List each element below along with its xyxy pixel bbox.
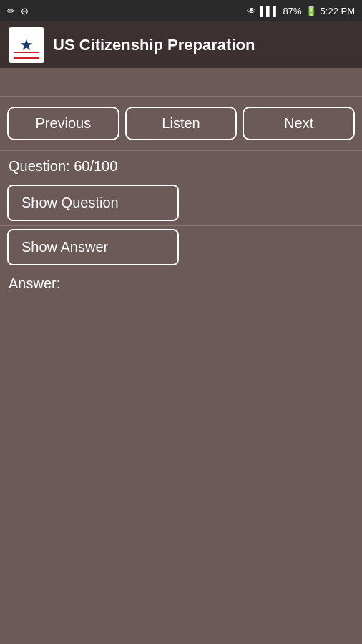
answer-label: Answer: bbox=[0, 270, 362, 298]
logo-star-icon: ★ bbox=[19, 37, 34, 53]
previous-button[interactable]: Previous bbox=[7, 107, 119, 140]
app-logo: ★ bbox=[9, 27, 44, 63]
edit-icon: ✏ bbox=[7, 6, 15, 16]
next-button[interactable]: Next bbox=[243, 107, 355, 140]
app-title: US Citizenship Preparation bbox=[53, 36, 255, 54]
divider-1 bbox=[0, 225, 362, 226]
show-question-button[interactable]: Show Question bbox=[7, 185, 179, 221]
eye-icon: 👁 bbox=[247, 6, 256, 16]
battery-icon: 🔋 bbox=[305, 6, 317, 16]
main-content: Previous Listen Next Question: 60/100 Sh… bbox=[0, 68, 362, 298]
app-header: ★ US Citizenship Preparation bbox=[0, 21, 362, 68]
signal-icon: ▌▌▌ bbox=[260, 6, 280, 16]
clock: 5:22 PM bbox=[321, 6, 355, 16]
question-counter: Question: 60/100 bbox=[0, 151, 362, 182]
status-bar-left: ✏ ⊖ bbox=[7, 6, 29, 16]
status-bar: ✏ ⊖ 👁 ▌▌▌ 87% 🔋 5:22 PM bbox=[0, 0, 362, 21]
listen-button[interactable]: Listen bbox=[125, 107, 238, 140]
status-bar-right: 👁 ▌▌▌ 87% 🔋 5:22 PM bbox=[247, 6, 355, 16]
battery-percent: 87% bbox=[283, 6, 302, 16]
show-answer-button[interactable]: Show Answer bbox=[7, 229, 179, 265]
navigation-row: Previous Listen Next bbox=[0, 97, 362, 151]
block-icon: ⊖ bbox=[21, 6, 29, 16]
top-spacer bbox=[0, 68, 362, 97]
logo-stripes bbox=[14, 52, 39, 59]
